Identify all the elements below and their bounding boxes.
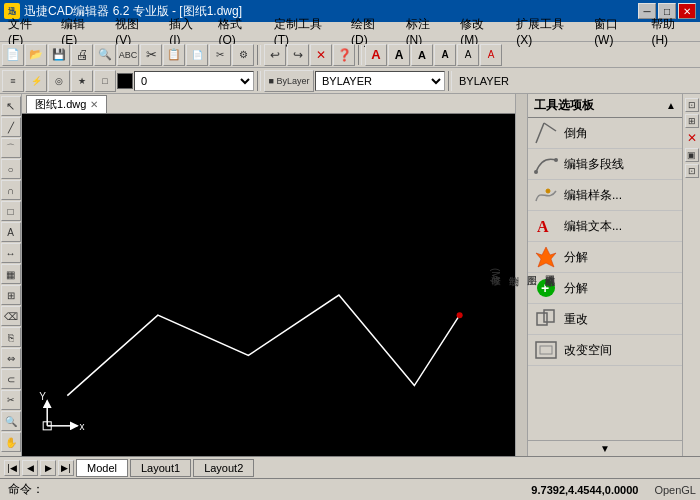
svg-rect-15 [537, 313, 547, 325]
tb-redo[interactable]: ↪ [287, 44, 309, 66]
tool-space[interactable]: 改变空间 [528, 335, 682, 366]
tb-texta4[interactable]: A [434, 44, 456, 66]
separator1 [257, 45, 261, 65]
panel-title: 工具选项板 [534, 97, 594, 114]
nav-first[interactable]: |◀ [4, 460, 20, 476]
edit-text-icon: A [534, 214, 558, 238]
tool-edit-polyline-label: 编辑多段线 [564, 156, 624, 173]
rmt-btn5[interactable]: ⊡ [685, 164, 699, 178]
tb-layer-mgr[interactable]: ≡ [2, 70, 24, 92]
nav-prev[interactable]: ◀ [22, 460, 38, 476]
menu-extend[interactable]: 扩展工具(X) [510, 23, 586, 41]
svg-rect-18 [540, 346, 552, 354]
rmt-btn2[interactable]: ⊞ [685, 114, 699, 128]
menu-help[interactable]: 帮助(H) [645, 23, 698, 41]
tab-layout2[interactable]: Layout2 [193, 459, 254, 477]
sep3 [257, 71, 261, 91]
tb-layer-btn2[interactable]: ⚡ [25, 70, 47, 92]
tb-undo[interactable]: ↩ [264, 44, 286, 66]
separator2 [358, 45, 362, 65]
lt-circle[interactable]: ○ [1, 159, 21, 179]
tb-help[interactable]: ❓ [333, 44, 355, 66]
tab-layout1[interactable]: Layout1 [130, 459, 191, 477]
menu-dimension[interactable]: 标注(N) [400, 23, 453, 41]
menu-format[interactable]: 格式(O) [212, 23, 265, 41]
lt-line[interactable]: ╱ [1, 117, 21, 137]
panel-collapse-handle[interactable]: 修改(M) 绘制 图层 三维动态观察 [515, 94, 527, 456]
redo-icon [534, 307, 558, 331]
lt-text[interactable]: A [1, 222, 21, 242]
canvas-tab-name: 图纸1.dwg [35, 97, 86, 112]
lt-select[interactable]: ↖ [1, 96, 21, 116]
rmt-btn1[interactable]: ⊡ [685, 98, 699, 112]
lt-offset[interactable]: ⊂ [1, 369, 21, 389]
lt-insert[interactable]: ⊞ [1, 285, 21, 305]
tool-chamfer[interactable]: 倒角 [528, 118, 682, 149]
lt-zoom[interactable]: 🔍 [1, 411, 21, 431]
tb-new[interactable]: 📄 [2, 44, 24, 66]
svg-line-7 [544, 123, 556, 131]
tb-btn7[interactable]: 📋 [163, 44, 185, 66]
lt-dim[interactable]: ↔ [1, 243, 21, 263]
tb-btn10[interactable]: ⚙ [232, 44, 254, 66]
menu-view[interactable]: 视图(V) [109, 23, 161, 41]
svg-rect-17 [536, 342, 556, 358]
lt-pan[interactable]: ✋ [1, 432, 21, 452]
menu-window[interactable]: 窗口(W) [588, 23, 643, 41]
tb-texta2[interactable]: A [388, 44, 410, 66]
edit-spline-icon [534, 183, 558, 207]
lt-mirror[interactable]: ⇔ [1, 348, 21, 368]
lt-rect[interactable]: □ [1, 201, 21, 221]
nav-next[interactable]: ▶ [40, 460, 56, 476]
tb-btn6[interactable]: ✂ [140, 44, 162, 66]
linetype-select[interactable]: BYLAYER [315, 71, 445, 91]
tb-texta5[interactable]: A [457, 44, 479, 66]
lt-polyline[interactable]: ⌒ [1, 138, 21, 158]
tb-delete[interactable]: ✕ [310, 44, 332, 66]
tb-texta6[interactable]: A [480, 44, 502, 66]
rmt-btn3[interactable]: ✕ [684, 130, 700, 146]
tool-edit-polyline[interactable]: 编辑多段线 [528, 149, 682, 180]
tb-btn5[interactable]: ABC [117, 44, 139, 66]
tab-model[interactable]: Model [76, 459, 128, 477]
panel-scroll-down[interactable]: ▼ [600, 443, 610, 454]
panel-scroll-up[interactable]: ▲ [666, 100, 676, 111]
tb-layer-btn4[interactable]: ★ [71, 70, 93, 92]
menu-customtool[interactable]: 定制工具(T) [268, 23, 343, 41]
tool-redo[interactable]: 重改 [528, 304, 682, 335]
tb-btn8[interactable]: 📄 [186, 44, 208, 66]
nav-last[interactable]: ▶| [58, 460, 74, 476]
tb-preview[interactable]: 🔍 [94, 44, 116, 66]
tool-edit-text[interactable]: A 编辑文本... [528, 211, 682, 242]
tb-save[interactable]: 💾 [48, 44, 70, 66]
lt-hatch[interactable]: ▦ [1, 264, 21, 284]
lt-erase[interactable]: ⌫ [1, 306, 21, 326]
menu-edit[interactable]: 编辑(E) [55, 23, 107, 41]
tb-layer-btn5[interactable]: □ [94, 70, 116, 92]
tb-open[interactable]: 📂 [25, 44, 47, 66]
tb-print[interactable]: 🖨 [71, 44, 93, 66]
right-mini-toolbar: ⊡ ⊞ ✕ ▣ ⊡ [682, 94, 700, 456]
menu-modify[interactable]: 修改(M) [454, 23, 508, 41]
menu-file[interactable]: 文件(F) [2, 23, 53, 41]
tool-space-label: 改变空间 [564, 342, 612, 359]
tb-btn9[interactable]: ✂ [209, 44, 231, 66]
svg-point-8 [534, 170, 538, 174]
rmt-btn4[interactable]: ▣ [685, 148, 699, 162]
tb-color-swatch[interactable]: ■ ByLayer [264, 70, 314, 92]
canvas-tab-main[interactable]: 图纸1.dwg ✕ [26, 95, 107, 113]
layer-select[interactable]: 0 [134, 71, 254, 91]
lt-copy[interactable]: ⎘ [1, 327, 21, 347]
tb-texta1[interactable]: A [365, 44, 387, 66]
canvas-drawing-area[interactable]: x Y [22, 114, 515, 456]
lt-trim[interactable]: ✂ [1, 390, 21, 410]
tool-edit-spline[interactable]: 编辑样条... [528, 180, 682, 211]
menu-insert[interactable]: 插入(I) [163, 23, 210, 41]
menu-draw[interactable]: 绘图(D) [345, 23, 398, 41]
lt-arc[interactable]: ∩ [1, 180, 21, 200]
edit-polyline-icon [534, 152, 558, 176]
canvas-tab-close-icon[interactable]: ✕ [90, 99, 98, 110]
tb-layer-btn3[interactable]: ◎ [48, 70, 70, 92]
tb-texta3[interactable]: A [411, 44, 433, 66]
tb-layer-color[interactable] [117, 73, 133, 89]
